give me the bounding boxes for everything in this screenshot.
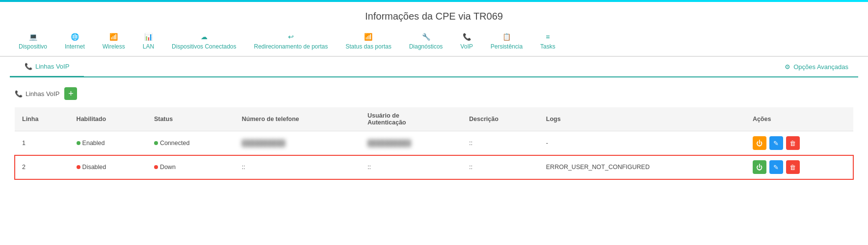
cell-logs-2: ERROR_USER_NOT_CONFIGURED bbox=[539, 155, 745, 179]
tab-redirecionamento[interactable]: ↩ Redirecionamento de portas bbox=[245, 27, 337, 57]
dispositivos-conectados-icon: ☁ bbox=[201, 33, 208, 41]
diagnosticos-label: Diagnósticos bbox=[409, 43, 443, 50]
habilitado-dot-1 bbox=[77, 141, 80, 145]
cell-habilitado-1: Enabled bbox=[69, 131, 147, 155]
tab-lan[interactable]: 📊 LAN bbox=[134, 27, 163, 57]
nav-tabs: 💻 Dispositivo 🌐 Internet 📶 Wireless 📊 LA… bbox=[0, 27, 868, 57]
cell-usuario-1: ██████████ bbox=[360, 131, 462, 155]
voip-label: VoIP bbox=[460, 43, 473, 50]
status-text-2: Down bbox=[160, 164, 176, 171]
col-header-habilitado: Habilitado bbox=[69, 107, 147, 131]
table-body: 1EnabledConnected████████████████████::-… bbox=[15, 131, 853, 179]
lan-label: LAN bbox=[143, 43, 154, 50]
tab-dispositivos-conectados[interactable]: ☁ Dispositivos Conectados bbox=[163, 27, 245, 57]
edit-button-2[interactable]: ✎ bbox=[769, 160, 783, 174]
page-title: Informações da CPE via TR069 bbox=[0, 2, 868, 27]
wireless-label: Wireless bbox=[103, 43, 125, 50]
cell-logs-1: - bbox=[539, 131, 745, 155]
delete-button-2[interactable]: 🗑 bbox=[786, 160, 800, 174]
col-header-descrio: Descrição bbox=[462, 107, 539, 131]
action-btns-1: ⏻ ✎ 🗑 bbox=[753, 136, 846, 150]
phone-subnav-icon: 📞 bbox=[25, 63, 32, 70]
content: 📞 Linhas VoIP + LinhaHabilitadoStatusNúm… bbox=[0, 77, 868, 189]
persistencia-label: Persistência bbox=[491, 43, 523, 50]
table-header-row: LinhaHabilitadoStatusNúmero de telefoneU… bbox=[15, 107, 853, 131]
power-button-2[interactable]: ⏻ bbox=[753, 160, 766, 174]
table-row-2: 2DisabledDown::::::ERROR_USER_NOT_CONFIG… bbox=[15, 155, 853, 179]
diagnosticos-icon: 🔧 bbox=[422, 33, 430, 41]
opcoes-avancadas-label: Opções Avançadas bbox=[793, 63, 848, 71]
col-header-logs: Logs bbox=[539, 107, 745, 131]
section-header: 📞 Linhas VoIP + bbox=[15, 87, 853, 100]
delete-button-1[interactable]: 🗑 bbox=[786, 136, 800, 150]
status-portas-label: Status das portas bbox=[345, 43, 391, 50]
sub-nav: 📞Linhas VoIP⚙Opções Avançadas bbox=[10, 57, 858, 77]
cell-actions-1: ⏻ ✎ 🗑 bbox=[745, 131, 853, 155]
dispositivos-conectados-label: Dispositivos Conectados bbox=[172, 43, 236, 50]
redirecionamento-label: Redirecionamento de portas bbox=[254, 43, 328, 50]
internet-icon: 🌐 bbox=[71, 33, 79, 41]
persistencia-icon: 📋 bbox=[502, 33, 511, 41]
col-header-status: Status bbox=[147, 107, 235, 131]
tab-voip[interactable]: 📞 VoIP bbox=[451, 27, 481, 57]
cell-habilitado-2: Disabled bbox=[69, 155, 147, 179]
tab-status-portas[interactable]: 📶 Status das portas bbox=[337, 27, 400, 57]
cell-actions-2: ⏻ ✎ 🗑 bbox=[745, 155, 853, 179]
dispositivo-label: Dispositivo bbox=[19, 43, 47, 50]
internet-label: Internet bbox=[65, 43, 85, 50]
status-text-1: Connected bbox=[160, 140, 189, 147]
habilitado-text-2: Disabled bbox=[82, 164, 106, 171]
tab-persistencia[interactable]: 📋 Persistência bbox=[482, 27, 531, 57]
voip-icon: 📞 bbox=[463, 33, 471, 41]
dispositivo-icon: 💻 bbox=[29, 33, 37, 41]
table-header: LinhaHabilitadoStatusNúmero de telefoneU… bbox=[15, 107, 853, 131]
habilitado-text-1: Enabled bbox=[82, 140, 105, 147]
phone-icon: 📞 bbox=[15, 90, 23, 98]
linhas-voip-label: Linhas VoIP bbox=[35, 63, 69, 70]
tasks-icon: ≡ bbox=[546, 33, 550, 41]
action-btns-2: ⏻ ✎ 🗑 bbox=[753, 160, 846, 174]
status-portas-icon: 📶 bbox=[364, 33, 372, 41]
status-dot-2 bbox=[154, 165, 158, 169]
add-voip-line-button[interactable]: + bbox=[64, 87, 77, 100]
cell-linha-2: 2 bbox=[15, 155, 69, 179]
tab-diagnosticos[interactable]: 🔧 Diagnósticos bbox=[400, 27, 452, 57]
habilitado-dot-2 bbox=[77, 165, 80, 169]
col-header-usurio-de-autenticao: Usuário deAutenticação bbox=[360, 107, 462, 131]
cell-usuario-2: :: bbox=[360, 155, 462, 179]
subnav-linhas-voip[interactable]: 📞Linhas VoIP bbox=[10, 57, 84, 77]
cell-status-2: Down bbox=[147, 155, 235, 179]
tab-internet[interactable]: 🌐 Internet bbox=[56, 27, 94, 57]
section-title: 📞 Linhas VoIP bbox=[15, 90, 59, 98]
cell-linha-1: 1 bbox=[15, 131, 69, 155]
lan-icon: 📊 bbox=[144, 33, 153, 41]
tab-wireless[interactable]: 📶 Wireless bbox=[94, 27, 134, 57]
tab-dispositivo[interactable]: 💻 Dispositivo bbox=[10, 27, 56, 57]
usuario-blurred-1: ██████████ bbox=[368, 140, 411, 147]
cell-numero-1: ██████████ bbox=[235, 131, 360, 155]
tasks-label: Tasks bbox=[540, 43, 555, 50]
power-button-1[interactable]: ⏻ bbox=[753, 136, 766, 150]
cell-numero-2: :: bbox=[235, 155, 360, 179]
cell-status-1: Connected bbox=[147, 131, 235, 155]
cell-descricao-1: :: bbox=[462, 131, 539, 155]
col-header-aes: Ações bbox=[745, 107, 853, 131]
table-row-1: 1EnabledConnected████████████████████::-… bbox=[15, 131, 853, 155]
status-dot-1 bbox=[154, 141, 158, 145]
col-header-nmero-de-telefone: Número de telefone bbox=[235, 107, 360, 131]
col-header-linha: Linha bbox=[15, 107, 69, 131]
voip-lines-table: LinhaHabilitadoStatusNúmero de telefoneU… bbox=[15, 107, 853, 179]
cell-descricao-2: :: bbox=[462, 155, 539, 179]
gear-icon: ⚙ bbox=[785, 63, 790, 71]
tab-tasks[interactable]: ≡ Tasks bbox=[531, 27, 564, 57]
wireless-icon: 📶 bbox=[109, 33, 118, 41]
numero-blurred-1: ██████████ bbox=[242, 140, 286, 147]
edit-button-1[interactable]: ✎ bbox=[769, 136, 783, 150]
subnav-opcoes-avancadas[interactable]: ⚙Opções Avançadas bbox=[775, 57, 858, 76]
redirecionamento-icon: ↩ bbox=[288, 33, 294, 41]
